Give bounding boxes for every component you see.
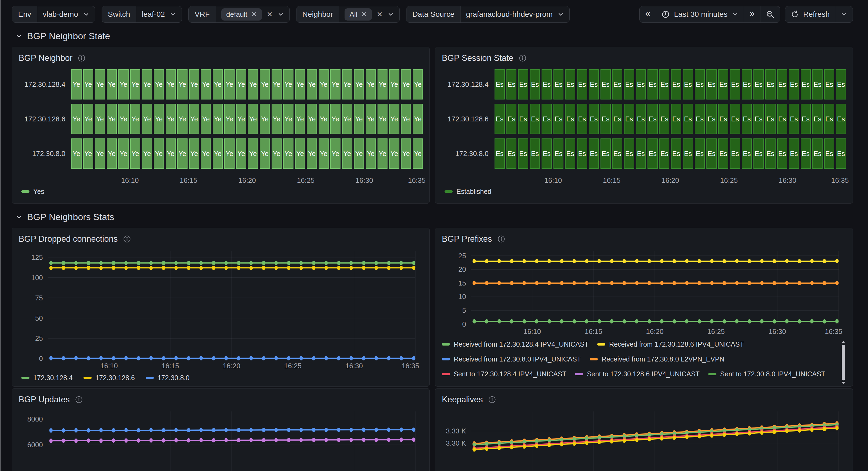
- state-cell: Ye: [319, 139, 329, 169]
- state-cell: Ye: [166, 69, 176, 99]
- panel-row: BGP Dropped connections025507510012516:1…: [12, 228, 853, 387]
- state-cell: Ye: [366, 104, 376, 134]
- state-cell: Es: [518, 139, 528, 169]
- time-range-picker[interactable]: Last 30 minutes: [656, 6, 744, 23]
- svg-text:16:30: 16:30: [345, 362, 363, 370]
- state-cell: Ye: [272, 104, 282, 134]
- remove-tag-icon[interactable]: ✕: [361, 11, 367, 18]
- legend-item[interactable]: Sent to 172.30.8.0 IPV4_UNICAST: [708, 370, 825, 378]
- state-cell: Ye: [213, 104, 223, 134]
- filter-value-dropdown[interactable]: grafanacloud-hhdev-prom: [461, 6, 570, 23]
- refresh-button[interactable]: Refresh: [785, 6, 835, 23]
- legend-color-pill: [708, 373, 716, 375]
- svg-text:25: 25: [35, 335, 43, 342]
- state-cell: Es: [495, 139, 505, 169]
- legend-item[interactable]: 172.30.8.0: [146, 374, 189, 382]
- state-cell: Es: [824, 69, 835, 99]
- info-icon[interactable]: [75, 396, 83, 404]
- legend-label: Received from 172.30.128.6 IPV4_UNICAST: [609, 341, 744, 348]
- scroll-up-arrow-icon[interactable]: [841, 341, 845, 343]
- svg-text:16:30: 16:30: [769, 328, 786, 335]
- state-cell: Ye: [389, 104, 399, 134]
- remove-tag-icon[interactable]: ✕: [251, 11, 257, 18]
- state-cell: Ye: [118, 139, 129, 169]
- clear-filter-icon[interactable]: ✕: [267, 11, 273, 18]
- legend-color-pill: [590, 358, 598, 360]
- line-chart: 025507510012516:1016:1516:2016:2516:3016…: [19, 247, 423, 372]
- clear-filter-icon[interactable]: ✕: [377, 11, 383, 18]
- state-cell: Es: [671, 104, 681, 134]
- filter-value-dropdown[interactable]: All✕✕: [339, 6, 399, 23]
- state-timeline: 172.30.128.4YeYeYeYeYeYeYeYeYeYeYeYeYeYe…: [19, 69, 423, 169]
- legend-item[interactable]: 172.30.128.6: [84, 374, 135, 382]
- state-cell: Ye: [95, 139, 105, 169]
- legend-item[interactable]: 172.30.128.4: [21, 374, 73, 382]
- filter-switch: Switchleaf-02: [102, 6, 182, 23]
- panel-header[interactable]: BGP Updates: [19, 393, 423, 406]
- state-cell: Ye: [154, 139, 164, 169]
- time-shift-forward-button[interactable]: »: [744, 6, 761, 23]
- info-icon[interactable]: [78, 54, 85, 62]
- scrollbar-thumb[interactable]: [842, 345, 845, 380]
- time-axis: 16:1016:1516:2016:2516:3016:35: [495, 173, 846, 185]
- clock-icon: [661, 10, 670, 19]
- legend-item[interactable]: Yes: [21, 188, 44, 196]
- state-cell: Es: [789, 104, 799, 134]
- info-icon[interactable]: [519, 54, 526, 62]
- legend-item[interactable]: Received from 172.30.8.0 IPV4_UNICAST: [442, 355, 581, 363]
- refresh-interval-dropdown[interactable]: [835, 6, 852, 23]
- time-shift-back-button[interactable]: «: [640, 6, 656, 23]
- filter-tag[interactable]: default✕: [221, 8, 262, 21]
- filter-value-dropdown[interactable]: default✕✕: [216, 6, 289, 23]
- time-zoom-out-button[interactable]: [761, 6, 780, 23]
- time-range-label: Last 30 minutes: [674, 10, 727, 19]
- info-icon[interactable]: [123, 235, 131, 243]
- info-icon[interactable]: [497, 235, 505, 243]
- legend-item[interactable]: Received from 172.30.128.4 IPV4_UNICAST: [442, 341, 589, 348]
- timeline-row-label: 172.30.8.0: [442, 149, 495, 158]
- state-cell: Es: [730, 69, 740, 99]
- state-cell: Ye: [260, 139, 270, 169]
- panel-header[interactable]: BGP Neighbor: [19, 51, 423, 65]
- svg-text:8000: 8000: [27, 415, 43, 423]
- state-cell: Es: [541, 139, 552, 169]
- state-cell: Ye: [71, 69, 82, 99]
- filter-tag[interactable]: All✕: [345, 8, 372, 21]
- state-cell: Es: [812, 139, 823, 169]
- legend-scrollbar[interactable]: [841, 341, 845, 384]
- section-header-bgp-neighbors-stats[interactable]: BGP Neighbors Stats: [16, 212, 853, 222]
- panel-header[interactable]: BGP Dropped connections: [19, 232, 423, 246]
- info-icon[interactable]: [488, 396, 496, 404]
- state-cell: Ye: [307, 104, 317, 134]
- panel-header[interactable]: BGP Prefixes: [442, 232, 846, 246]
- state-cell: Ye: [166, 139, 176, 169]
- legend-item[interactable]: Sent to 172.30.128.6 IPV4_UNICAST: [575, 370, 700, 378]
- legend-item[interactable]: Established: [444, 188, 491, 196]
- scroll-down-arrow-icon[interactable]: [841, 382, 845, 384]
- state-cell: Ye: [177, 69, 188, 99]
- state-cell: Ye: [377, 69, 388, 99]
- svg-text:16:10: 16:10: [100, 362, 118, 370]
- timeline-cells: YeYeYeYeYeYeYeYeYeYeYeYeYeYeYeYeYeYeYeYe…: [71, 139, 423, 169]
- legend-item[interactable]: Received from 172.30.128.6 IPV4_UNICAST: [597, 341, 744, 348]
- svg-text:125: 125: [31, 254, 43, 261]
- state-cell: Ye: [154, 69, 164, 99]
- state-cell: Es: [506, 139, 517, 169]
- filter-value-dropdown[interactable]: vlab-demo: [37, 6, 95, 23]
- legend-label: 172.30.128.6: [95, 374, 135, 382]
- state-cell: Es: [612, 69, 623, 99]
- filter-value-dropdown[interactable]: leaf-02: [136, 6, 182, 23]
- legend-item[interactable]: Sent to 172.30.128.4 IPV4_UNICAST: [442, 370, 566, 378]
- panel-header[interactable]: Keepalives: [442, 393, 846, 406]
- line-chart: 051015202516:1016:1516:2016:2516:3016:35: [442, 247, 846, 337]
- legend-item[interactable]: Received from 172.30.8.0 L2VPN_EVPN: [590, 355, 724, 363]
- panel-header[interactable]: BGP Session State: [442, 51, 846, 65]
- legend-item[interactable]: Sent to 172.30.8.0 L2VPN_EVPN: [442, 385, 554, 387]
- panel-bgp-updates: BGP Updates6000800016:1016:1516:2016:251…: [12, 388, 430, 471]
- time-axis-tick: 16:25: [720, 176, 738, 185]
- section-header-bgp-neighbor-state[interactable]: BGP Neighbor State: [16, 31, 853, 41]
- state-cell: Ye: [283, 104, 293, 134]
- legend-label: Yes: [33, 188, 44, 196]
- state-cell: Es: [577, 139, 587, 169]
- state-cell: Ye: [83, 104, 93, 134]
